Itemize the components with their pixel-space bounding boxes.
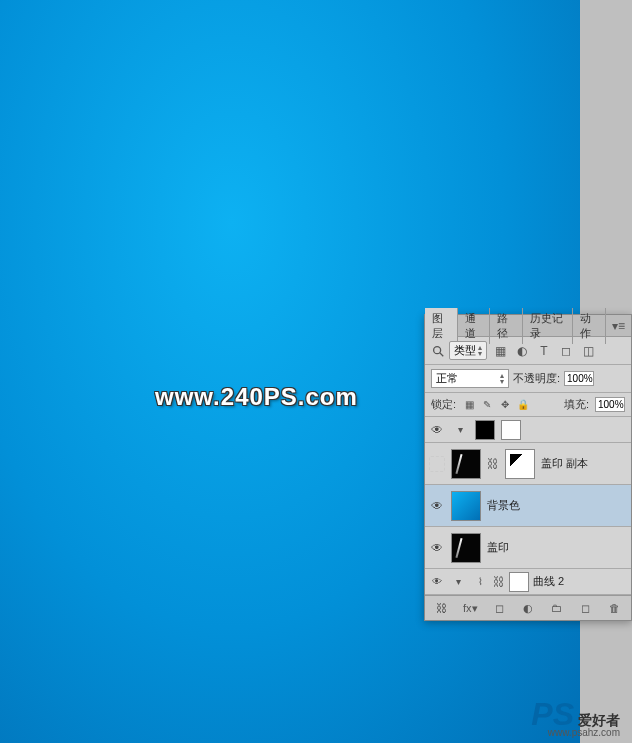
filter-adjustment-icon[interactable]: ◐: [513, 342, 531, 360]
panel-tabs: 图层 通道 路径 历史记录 动作 ▾≡: [425, 315, 631, 337]
layer-name-label: 曲线 2: [533, 574, 564, 589]
opacity-label: 不透明度:: [513, 371, 560, 386]
layer-name-label: 盖印: [487, 540, 509, 555]
layer-thumbnail: [451, 449, 481, 479]
visibility-toggle-icon[interactable]: 👁: [429, 422, 445, 438]
dropdown-arrows-icon: ▴▾: [478, 345, 482, 357]
svg-point-0: [434, 346, 441, 353]
layer-row[interactable]: 👁 背景色: [425, 485, 631, 527]
new-layer-icon[interactable]: ◻: [577, 600, 595, 616]
filter-pixel-icon[interactable]: ▦: [491, 342, 509, 360]
site-url: www.psahz.com: [548, 727, 620, 738]
filter-type-icon[interactable]: T: [535, 342, 553, 360]
tab-history[interactable]: 历史记录: [523, 308, 573, 344]
filter-type-label: 类型: [454, 343, 476, 358]
layer-thumbnail: [451, 533, 481, 563]
layer-row[interactable]: 👁 盖印: [425, 527, 631, 569]
tab-layers[interactable]: 图层: [425, 308, 458, 345]
visibility-toggle-icon[interactable]: 👁: [429, 498, 445, 514]
layer-row-collapsed[interactable]: 👁 ▾: [425, 417, 631, 443]
tab-actions[interactable]: 动作: [573, 308, 606, 344]
watermark-text: www.240PS.com: [155, 383, 358, 411]
layer-name-label: 盖印 副本: [541, 456, 588, 471]
opacity-input[interactable]: 100%: [564, 371, 594, 386]
lock-toolbar: 锁定: ▦ ✎ ✥ 🔒 填充: 100%: [425, 393, 631, 417]
adjustment-layer-icon[interactable]: ◐: [519, 600, 537, 616]
lock-pixels-icon[interactable]: ✎: [480, 398, 494, 412]
visibility-toggle-icon[interactable]: 👁: [429, 540, 445, 556]
filter-shape-icon[interactable]: ◻: [557, 342, 575, 360]
layers-panel: 图层 通道 路径 历史记录 动作 ▾≡ 类型 ▴▾ ▦ ◐ T ◻ ◫ 正常 ▴…: [424, 314, 632, 621]
blend-mode-label: 正常: [436, 371, 458, 386]
group-icon[interactable]: 🗀: [548, 600, 566, 616]
layer-style-icon[interactable]: fx▾: [461, 600, 479, 616]
layer-name-label: 背景色: [487, 498, 520, 513]
layer-row[interactable]: ⛓ 盖印 副本: [425, 443, 631, 485]
fill-label: 填充:: [564, 397, 589, 412]
layer-row-adjustment[interactable]: 👁 ▾ ⌇ ⛓ 曲线 2: [425, 569, 631, 595]
lock-transparency-icon[interactable]: ▦: [462, 398, 476, 412]
lock-all-icon[interactable]: 🔒: [516, 398, 530, 412]
blend-mode-select[interactable]: 正常 ▴▾: [431, 369, 509, 388]
logo-cn: 爱好者: [578, 712, 620, 728]
lock-position-icon[interactable]: ✥: [498, 398, 512, 412]
tab-paths[interactable]: 路径: [490, 308, 523, 344]
filter-type-select[interactable]: 类型 ▴▾: [449, 341, 487, 360]
lock-label: 锁定:: [431, 397, 456, 412]
chevron-down-icon: ▾: [449, 575, 467, 589]
lock-icons-group: ▦ ✎ ✥ 🔒: [462, 398, 530, 412]
panel-menu-icon[interactable]: ▾≡: [606, 319, 631, 333]
layer-mask-thumbnail: [505, 449, 535, 479]
visibility-toggle-icon[interactable]: [429, 456, 445, 472]
layer-thumbnail: [451, 491, 481, 521]
tab-channels[interactable]: 通道: [458, 308, 491, 344]
delete-layer-icon[interactable]: 🗑: [605, 600, 623, 616]
blend-toolbar: 正常 ▴▾ 不透明度: 100%: [425, 365, 631, 393]
link-layers-icon[interactable]: ⛓: [432, 600, 450, 616]
svg-line-1: [440, 352, 444, 356]
layer-mask-thumbnail: [501, 420, 521, 440]
layer-thumbnail: [475, 420, 495, 440]
fill-input[interactable]: 100%: [595, 397, 625, 412]
link-icon: ⛓: [493, 575, 505, 589]
layer-mask-icon[interactable]: ◻: [490, 600, 508, 616]
search-icon: [431, 344, 445, 358]
chevron-down-icon: ▾: [451, 423, 469, 437]
visibility-toggle-icon[interactable]: 👁: [429, 574, 445, 590]
panel-footer: ⛓ fx▾ ◻ ◐ 🗀 ◻ 🗑: [425, 595, 631, 620]
dropdown-arrows-icon: ▴▾: [500, 373, 504, 385]
curves-icon: ⌇: [471, 575, 489, 589]
layer-mask-thumbnail: [509, 572, 529, 592]
link-icon: ⛓: [487, 457, 499, 471]
filter-smart-icon[interactable]: ◫: [579, 342, 597, 360]
